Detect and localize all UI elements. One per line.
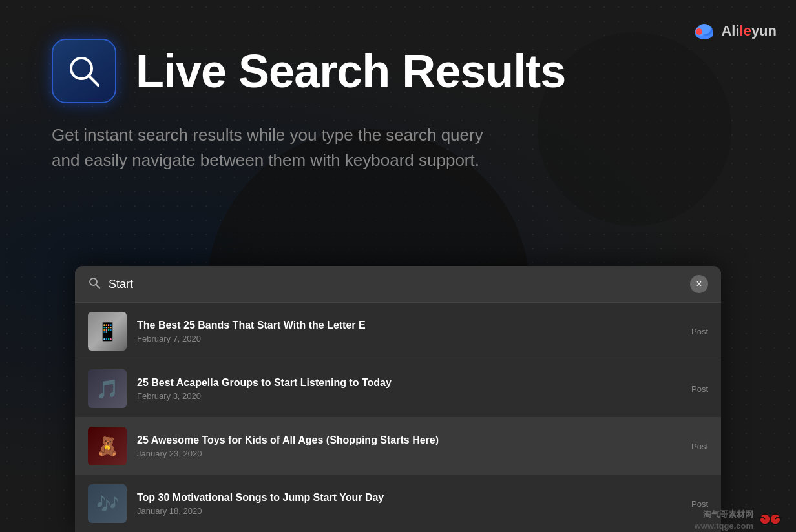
search-icon-large [65, 52, 103, 90]
svg-line-6 [89, 76, 98, 85]
result-content: The Best 25 Bands That Start With the Le… [137, 320, 684, 343]
result-type-badge: Post [691, 384, 708, 394]
result-item[interactable]: 25 Awesome Toys for Kids of All Ages (Sh… [75, 418, 721, 475]
app-header: Live Search Results [52, 39, 744, 103]
result-date: January 23, 2020 [137, 449, 684, 458]
search-input[interactable] [109, 278, 682, 291]
result-content: Top 30 Motivational Songs to Jump Start … [137, 492, 684, 516]
page-subtitle: Get instant search results while you typ… [52, 123, 504, 173]
bottom-watermark-text: 淘气哥素材网 www.tqge.com [695, 509, 753, 532]
watermark-label: Alileyun [721, 23, 777, 39]
top-watermark: Alileyun [693, 19, 777, 43]
result-date: January 18, 2020 [137, 506, 684, 516]
result-title: 25 Awesome Toys for Kids of All Ages (Sh… [137, 435, 684, 446]
result-title: Top 30 Motivational Songs to Jump Start … [137, 492, 684, 504]
result-type-badge: Post [691, 442, 708, 451]
result-item[interactable]: Top 30 Motivational Songs to Jump Start … [75, 475, 721, 532]
glasses-icon [757, 505, 783, 531]
watermark-cloud-icon [693, 19, 716, 43]
results-list: The Best 25 Bands That Start With the Le… [75, 303, 721, 532]
result-content: 25 Awesome Toys for Kids of All Ages (Sh… [137, 435, 684, 458]
result-title: 25 Best Acapella Groups to Start Listeni… [137, 377, 684, 389]
result-item[interactable]: 25 Best Acapella Groups to Start Listeni… [75, 360, 721, 418]
result-thumbnail [88, 427, 127, 466]
svg-point-4 [696, 28, 702, 35]
result-date: February 7, 2020 [137, 334, 684, 343]
result-thumbnail [88, 484, 127, 523]
page-title: Live Search Results [136, 48, 565, 94]
search-panel: × The Best 25 Bands That Start With the … [75, 266, 721, 532]
svg-line-13 [781, 517, 782, 518]
search-clear-button[interactable]: × [690, 275, 708, 293]
search-bar: × [75, 266, 721, 303]
search-icon [88, 276, 101, 292]
result-date: February 3, 2020 [137, 391, 684, 401]
result-item[interactable]: The Best 25 Bands That Start With the Le… [75, 303, 721, 360]
svg-line-12 [758, 517, 759, 518]
main-content: Live Search Results Get instant search r… [0, 0, 796, 173]
svg-line-8 [96, 285, 100, 288]
result-type-badge: Post [691, 327, 708, 336]
app-icon [52, 39, 116, 103]
bottom-watermark: 淘气哥素材网 www.tqge.com [695, 505, 783, 532]
result-thumbnail [88, 312, 127, 351]
result-content: 25 Best Acapella Groups to Start Listeni… [137, 377, 684, 401]
result-thumbnail [88, 369, 127, 408]
result-title: The Best 25 Bands That Start With the Le… [137, 320, 684, 331]
